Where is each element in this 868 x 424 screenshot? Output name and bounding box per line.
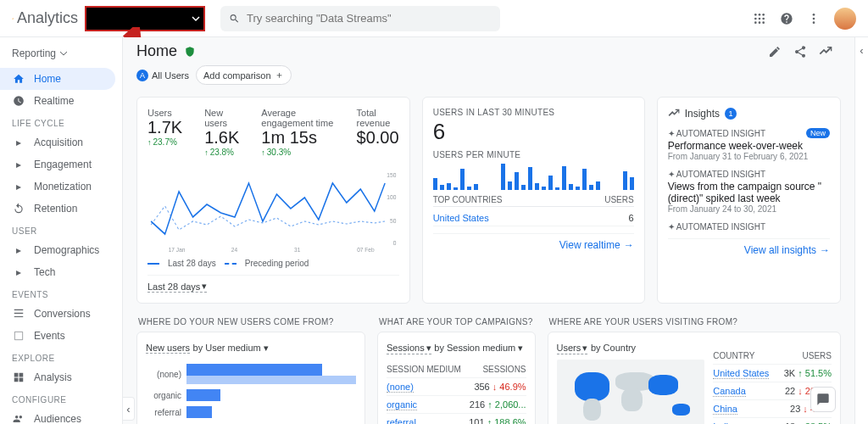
- nav-acquisition[interactable]: ▸Acquisition: [0, 131, 115, 153]
- nav-retention[interactable]: Retention: [0, 198, 115, 220]
- view-realtime-link[interactable]: View realtime →: [559, 239, 634, 251]
- section-heading: WHAT ARE YOUR TOP CAMPAIGNS?: [377, 312, 536, 332]
- search-input[interactable]: [247, 12, 492, 25]
- customize-icon[interactable]: [768, 45, 782, 59]
- insights-card: Insights1 ✦ AUTOMATED INSIGHTNew Perform…: [657, 97, 841, 304]
- svg-point-5: [762, 14, 765, 16]
- page-title: Home: [136, 42, 177, 60]
- overview-chart: 150 100 50 0 17 Jan 24 31 07 Feb: [147, 162, 399, 255]
- svg-text:31: 31: [294, 245, 300, 254]
- realtime-card: USERS IN LAST 30 MINUTES 6 USERS PER MIN…: [422, 97, 645, 304]
- report-mode-picker[interactable]: Reporting: [0, 44, 122, 68]
- analytics-logo-icon: [12, 11, 14, 26]
- section-heading: WHERE DO YOUR NEW USERS COME FROM?: [136, 312, 365, 332]
- svg-text:0: 0: [393, 238, 397, 247]
- svg-point-6: [754, 17, 757, 20]
- sidebar: Reporting Home Realtime LIFE CYCLE ▸Acqu…: [0, 37, 123, 424]
- section-configure: CONFIGURE: [0, 388, 122, 408]
- svg-text:50: 50: [390, 216, 396, 225]
- svg-text:17 Jan: 17 Jan: [169, 245, 186, 254]
- svg-point-10: [759, 21, 761, 24]
- users-by-country-card: Users ▾ by Country COUNTRYUSERSUnited: [548, 332, 841, 424]
- svg-text:150: 150: [387, 170, 396, 179]
- nav-monetization[interactable]: ▸Monetization: [0, 176, 115, 198]
- section-explore: EXPLORE: [0, 347, 122, 366]
- chart-legend: Last 28 daysPreceding period: [147, 259, 399, 268]
- help-icon[interactable]: [780, 12, 793, 25]
- insights-spark-icon: [668, 108, 680, 120]
- svg-point-9: [754, 21, 757, 24]
- metric-picker[interactable]: New users: [146, 343, 190, 354]
- svg-point-12: [813, 14, 815, 16]
- nav-demographics[interactable]: ▸Demographics: [0, 239, 115, 261]
- svg-point-11: [762, 21, 765, 24]
- top-campaigns-card: Sessions ▾ by Session medium ▾ SESSION M…: [377, 332, 536, 424]
- nav-analysis[interactable]: Analysis: [0, 366, 115, 388]
- date-range-picker[interactable]: Last 28 days ▾: [147, 281, 207, 293]
- property-picker[interactable]: [85, 6, 205, 31]
- overview-card: Users1.7K23.7%New users1.6K23.8%Average …: [136, 97, 410, 304]
- svg-point-3: [754, 14, 757, 16]
- verified-icon: [184, 46, 196, 58]
- svg-text:100: 100: [387, 192, 396, 201]
- insight-block[interactable]: ✦ AUTOMATED INSIGHTNew Performance week-…: [668, 128, 830, 161]
- nav-events[interactable]: Events: [0, 325, 115, 347]
- user-avatar[interactable]: [834, 8, 856, 30]
- world-map[interactable]: [557, 360, 705, 425]
- users-per-minute-chart: [433, 159, 634, 190]
- more-icon[interactable]: [807, 12, 821, 25]
- section-events: EVENTS: [0, 283, 122, 303]
- svg-point-7: [759, 17, 761, 20]
- search-bar[interactable]: [220, 6, 500, 31]
- insights-icon[interactable]: [819, 45, 832, 59]
- svg-point-8: [762, 17, 765, 20]
- app-name: Analytics: [17, 9, 78, 27]
- nav-audiences[interactable]: Audiences: [0, 408, 115, 424]
- svg-text:07 Feb: 07 Feb: [357, 245, 374, 254]
- search-icon: [229, 13, 240, 25]
- section-lifecycle: LIFE CYCLE: [0, 112, 122, 131]
- svg-text:24: 24: [231, 245, 237, 254]
- svg-point-14: [813, 21, 815, 24]
- chevron-down-icon: [192, 14, 200, 23]
- new-users-by-medium-card: New users by User medium ▾ (none)organic…: [136, 332, 365, 424]
- metric-picker[interactable]: Sessions ▾: [387, 343, 431, 354]
- app-logo[interactable]: Analytics: [12, 9, 78, 27]
- metric-picker[interactable]: Users ▾: [557, 343, 588, 354]
- section-heading: WHERE ARE YOUR USERS VISITING FROM?: [548, 312, 841, 332]
- section-user: USER: [0, 220, 122, 239]
- nav-engagement[interactable]: ▸Engagement: [0, 153, 115, 176]
- rail-expand-icon[interactable]: ‹: [860, 44, 863, 57]
- nav-home[interactable]: Home: [0, 68, 115, 90]
- svg-point-13: [813, 17, 815, 20]
- nav-tech[interactable]: ▸Tech: [0, 261, 115, 283]
- chevron-down-icon: [59, 49, 68, 58]
- rt-country-row[interactable]: United States6: [433, 210, 634, 226]
- nav-conversions[interactable]: Conversions: [0, 303, 115, 325]
- feedback-button[interactable]: [810, 387, 836, 412]
- svg-point-4: [759, 14, 761, 16]
- apps-icon[interactable]: [753, 12, 766, 25]
- insight-block[interactable]: ✦ AUTOMATED INSIGHT Views from the campa…: [668, 170, 830, 214]
- right-rail: ‹: [854, 37, 868, 424]
- add-comparison-button[interactable]: Add comparison＋: [196, 65, 292, 85]
- realtime-users-count: 6: [433, 119, 634, 145]
- insight-block[interactable]: ✦ AUTOMATED INSIGHT: [668, 222, 830, 232]
- segment-all-users[interactable]: AAll Users: [136, 70, 189, 81]
- view-all-insights-link[interactable]: View all insights →: [744, 244, 830, 256]
- share-icon[interactable]: [793, 45, 807, 59]
- sidebar-collapse-button[interactable]: ‹: [123, 397, 135, 421]
- nav-realtime[interactable]: Realtime: [0, 90, 115, 112]
